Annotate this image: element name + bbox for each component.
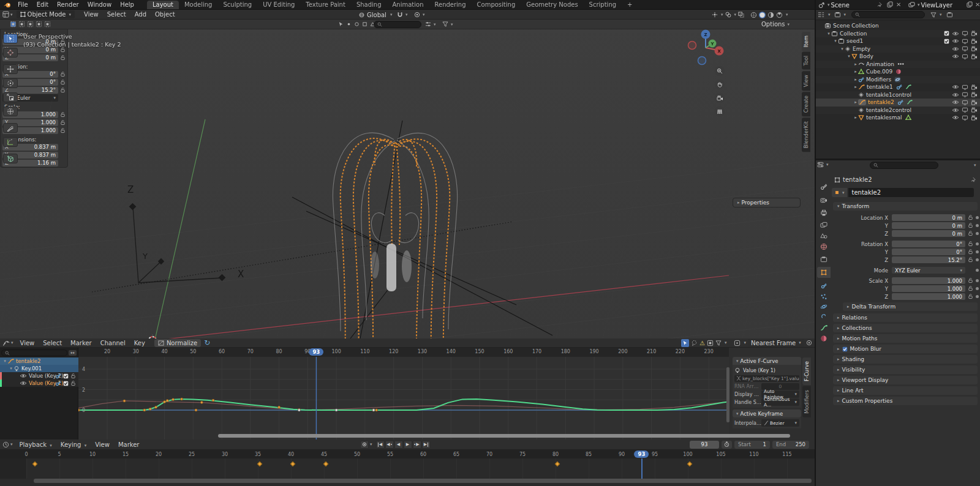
funnel-icon[interactable] bbox=[930, 12, 937, 18]
camera-icon[interactable] bbox=[971, 100, 978, 105]
eye-icon[interactable] bbox=[952, 31, 959, 36]
chevron-down-icon[interactable]: ▾ bbox=[828, 12, 831, 17]
proportional-icon[interactable] bbox=[806, 340, 812, 346]
channel-key-001[interactable]: ▾ Key.001 bbox=[0, 365, 78, 372]
active-fcurve-panel-header[interactable]: ▾Active F-Curve bbox=[733, 357, 801, 365]
workspace-tab-shading[interactable]: Shading bbox=[351, 1, 387, 9]
animate-dot[interactable] bbox=[976, 287, 979, 290]
chevron-down-icon[interactable]: ▾ bbox=[11, 340, 13, 345]
outliner-row-tentakle2control[interactable]: tentakle2control bbox=[816, 107, 980, 114]
handle-smoothing-dropdown[interactable]: Continuous A...▾ bbox=[761, 398, 799, 406]
timeline-menu-keying[interactable]: Keying ▾ bbox=[56, 441, 91, 448]
zoom-icon[interactable] bbox=[715, 66, 725, 76]
workspace-tab-texture-paint[interactable]: Texture Paint bbox=[300, 1, 351, 9]
tweak-tool-icon[interactable] bbox=[681, 339, 689, 347]
workspace-tab-geometry-nodes[interactable]: Geometry Nodes bbox=[521, 1, 583, 9]
keyframe-diamond[interactable] bbox=[32, 462, 37, 466]
chevron-down-icon[interactable]: ▾ bbox=[974, 163, 976, 168]
menu-render[interactable]: Render bbox=[53, 1, 83, 8]
panel-shading[interactable]: ▸Shading bbox=[833, 355, 978, 364]
viewlayer-selector[interactable]: ▾ ViewLayer bbox=[908, 1, 952, 9]
outliner-row-cube-009[interactable]: ▸ Cube.009 bbox=[816, 68, 980, 76]
new-viewlayer-icon[interactable] bbox=[967, 1, 973, 8]
physics-icon[interactable] bbox=[894, 77, 901, 83]
active-keyframe-panel-header[interactable]: ▾Active Keyframe bbox=[733, 409, 801, 417]
prop-field-location-x[interactable]: 0 m bbox=[892, 214, 965, 221]
end-frame-field[interactable]: End250 bbox=[772, 441, 809, 449]
outliner-row-tentakle2[interactable]: ▸ tentakle2 bbox=[816, 99, 980, 107]
outliner-row-scene-collection[interactable]: Scene Collection bbox=[816, 22, 980, 30]
current-frame-field[interactable]: 93 bbox=[690, 441, 719, 449]
workspace-tab-uv-editing[interactable]: UV Editing bbox=[257, 1, 300, 9]
shading-material-icon[interactable] bbox=[767, 12, 774, 18]
graph-tab-f-curve[interactable]: F-Curve bbox=[802, 357, 811, 385]
checkbox-icon[interactable] bbox=[842, 346, 848, 352]
square-filter-icon[interactable] bbox=[362, 21, 368, 27]
animate-dot[interactable] bbox=[976, 216, 979, 219]
jump-to-end-icon[interactable]: ▶ bbox=[422, 441, 431, 449]
camera-icon[interactable] bbox=[971, 92, 978, 97]
outliner-row-tentakle1control[interactable]: tentakle1control bbox=[816, 91, 980, 99]
outliner-search-input[interactable] bbox=[851, 11, 925, 18]
workspace-tab-scripting[interactable]: Scripting bbox=[584, 1, 622, 9]
animate-dot[interactable] bbox=[976, 258, 979, 261]
properties-tab-render[interactable] bbox=[817, 195, 831, 206]
properties-tab-constraints[interactable] bbox=[817, 311, 831, 322]
monitor-icon[interactable] bbox=[962, 31, 968, 36]
transform-panel-header[interactable]: ▾Transform bbox=[833, 202, 978, 211]
chevron-down-icon[interactable]: ▾ bbox=[10, 442, 13, 447]
properties-panel-collapsed[interactable]: ▸Properties bbox=[733, 198, 801, 207]
channel-value-key-2-[interactable]: Value (Key 2) bbox=[0, 372, 78, 379]
timeline-menu-playback[interactable]: Playback ▾ bbox=[15, 441, 56, 448]
tool-move[interactable] bbox=[3, 64, 18, 74]
graph-current-frame-badge[interactable]: 93 bbox=[309, 348, 323, 355]
monitor-icon[interactable] bbox=[962, 100, 968, 105]
monitor-icon[interactable] bbox=[962, 46, 968, 51]
workspace-tab-layout[interactable]: Layout bbox=[147, 1, 179, 9]
outliner-row-body[interactable]: ▾ Body bbox=[816, 53, 980, 61]
tool-cursor[interactable] bbox=[3, 48, 18, 58]
graph-menu-channel[interactable]: Channel bbox=[96, 340, 130, 346]
monitor-icon[interactable] bbox=[962, 115, 968, 121]
graph-menu-marker[interactable]: Marker bbox=[66, 340, 96, 346]
animate-dot[interactable] bbox=[976, 279, 979, 282]
perspective-toggle-icon[interactable] bbox=[715, 107, 725, 116]
workspace-tab-modeling[interactable]: Modeling bbox=[179, 1, 218, 9]
refresh-icon[interactable]: ↻ bbox=[204, 338, 210, 347]
editor-type-icon[interactable] bbox=[2, 11, 9, 18]
timeline-ruler[interactable]: 0510152025303540455055606570758085909510… bbox=[0, 450, 815, 458]
tool-add-cube[interactable] bbox=[3, 154, 18, 163]
n-panel-tab-create[interactable]: Create bbox=[802, 92, 810, 116]
n-panel-tab-item[interactable]: Item bbox=[802, 32, 810, 51]
main-divider[interactable] bbox=[815, 0, 816, 486]
copy-scene-icon[interactable] bbox=[887, 1, 893, 8]
graph-menu-key[interactable]: Key bbox=[130, 340, 149, 346]
lasso-icon[interactable] bbox=[691, 340, 698, 346]
timeline-current-frame-badge[interactable]: 93 bbox=[634, 450, 649, 458]
pan-hand-icon[interactable] bbox=[715, 80, 725, 89]
lock-icon[interactable] bbox=[968, 256, 973, 263]
select-mode-icon-4[interactable] bbox=[36, 21, 42, 28]
curvemod-icon[interactable] bbox=[905, 84, 911, 90]
eye-icon[interactable] bbox=[952, 107, 959, 113]
menu-window[interactable]: Window bbox=[83, 1, 116, 8]
properties-tab-tool[interactable] bbox=[817, 181, 831, 192]
start-frame-field[interactable]: Start1 bbox=[734, 441, 770, 449]
chevron-down-icon[interactable]: ▾ bbox=[844, 12, 846, 17]
panel-motion-blur[interactable]: ▸Motion Blur bbox=[833, 345, 978, 353]
new-collection-icon[interactable] bbox=[946, 12, 953, 18]
lock-icon[interactable] bbox=[968, 293, 973, 299]
options-dropdown[interactable]: Options ▾ bbox=[761, 21, 790, 28]
channel-search-input[interactable] bbox=[1, 350, 67, 356]
outliner-row-collection[interactable]: ▾ Collection bbox=[816, 30, 980, 38]
timeline-playhead[interactable] bbox=[641, 458, 643, 479]
graph-editor-icon[interactable] bbox=[2, 340, 10, 346]
timeline-editor-icon[interactable] bbox=[2, 441, 9, 448]
next-keyframe-icon[interactable]: ▶ bbox=[413, 441, 421, 449]
prop-field-z[interactable]: 15.2° bbox=[892, 256, 965, 263]
pin-icon[interactable] bbox=[877, 2, 883, 7]
show-gizmo-icon[interactable] bbox=[712, 12, 718, 18]
lock-icon[interactable] bbox=[968, 222, 973, 228]
add-workspace-button[interactable]: + bbox=[622, 1, 638, 9]
graph-menu-select[interactable]: Select bbox=[39, 340, 66, 346]
